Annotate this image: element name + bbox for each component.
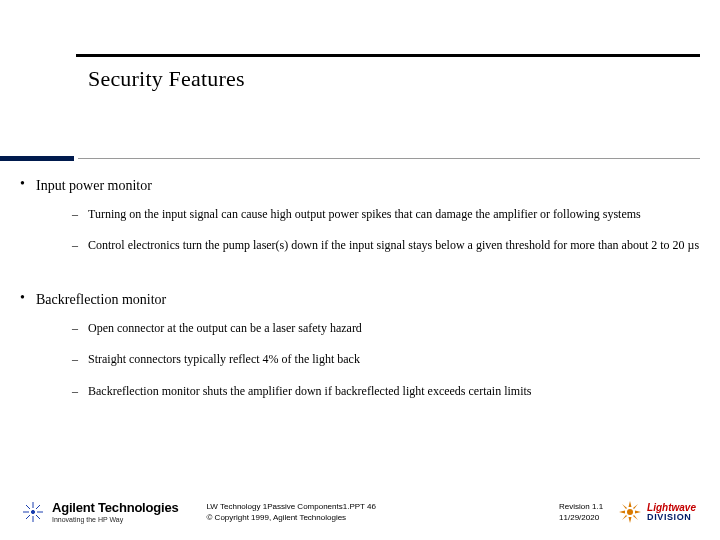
bullet-label: Backreflection monitor — [36, 292, 166, 307]
footer-copyright: © Copyright 1999, Agilent Technologies — [207, 513, 376, 522]
separator-rule — [78, 158, 700, 159]
agilent-logo: Agilent Technologies Innovating the HP W… — [20, 499, 179, 525]
slide: Security Features Input power monitor Tu… — [0, 0, 720, 540]
sunburst-icon — [617, 499, 643, 525]
sub-bullet-list: Turning on the input signal can cause hi… — [72, 206, 700, 255]
sub-bullet-list: Open connector at the output can be a la… — [72, 320, 700, 400]
bullet-item: Backreflection monitor Open connector at… — [20, 290, 700, 400]
footer-center: LW Technology 1Passive Components1.PPT 4… — [207, 502, 376, 522]
accent-bar — [0, 156, 74, 161]
lightwave-division: DIVISION — [647, 513, 696, 522]
sub-bullet-item: Open connector at the output can be a la… — [72, 320, 700, 337]
agilent-text: Agilent Technologies Innovating the HP W… — [52, 501, 179, 523]
lightwave-name: Lightwave — [647, 503, 696, 513]
lightwave-logo: Lightwave DIVISION — [617, 499, 696, 525]
bullet-item: Input power monitor Turning on the input… — [20, 176, 700, 254]
svg-point-0 — [31, 510, 34, 513]
footer-right: Revision 1.1 11/29/2020 — [559, 499, 696, 525]
bullet-list: Backreflection monitor Open connector at… — [20, 290, 700, 400]
lightwave-text: Lightwave DIVISION — [647, 503, 696, 522]
slide-title: Security Features — [88, 66, 245, 92]
sub-bullet-item: Straight connectors typically reflect 4%… — [72, 351, 700, 368]
footer-date: 11/29/2020 — [559, 513, 599, 522]
bullet-label: Input power monitor — [36, 178, 152, 193]
slide-footer: Agilent Technologies Innovating the HP W… — [20, 492, 696, 532]
svg-line-5 — [26, 505, 30, 509]
sub-bullet-item: Turning on the input signal can cause hi… — [72, 206, 700, 223]
svg-line-6 — [36, 515, 40, 519]
top-horizontal-rule — [76, 54, 700, 57]
sub-bullet-item: Backreflection monitor shuts the amplifi… — [72, 383, 700, 400]
svg-point-9 — [627, 509, 633, 515]
agilent-tagline: Innovating the HP Way — [52, 516, 179, 523]
footer-meta: Revision 1.1 11/29/2020 — [559, 502, 603, 522]
footer-filename: LW Technology 1Passive Components1.PPT 4… — [207, 502, 376, 511]
spacer — [20, 268, 700, 290]
bullet-list: Input power monitor Turning on the input… — [20, 176, 700, 254]
spark-icon — [20, 499, 46, 525]
sub-bullet-item: Control electronics turn the pump laser(… — [72, 237, 700, 254]
svg-line-7 — [36, 505, 40, 509]
slide-content: Input power monitor Turning on the input… — [20, 176, 700, 414]
footer-revision: Revision 1.1 — [559, 502, 603, 511]
agilent-name: Agilent Technologies — [52, 501, 179, 514]
svg-line-8 — [26, 515, 30, 519]
